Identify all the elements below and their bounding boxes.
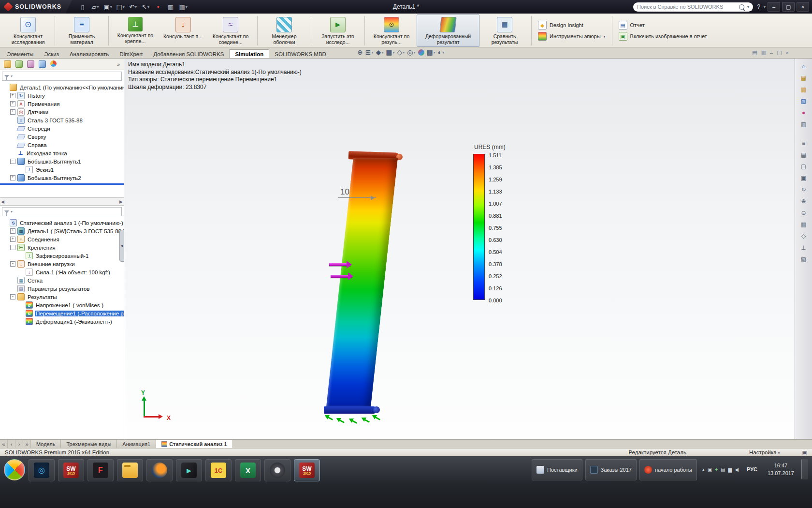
help-search-input[interactable]: Поиск в Справке по SOLIDWORKS ▾ xyxy=(633,2,753,12)
taskbar-app-button[interactable]: X xyxy=(235,459,261,481)
tab-nav-arrow-icon[interactable]: « xyxy=(0,440,8,448)
view-palette-icon[interactable] xyxy=(798,96,810,106)
close-doc-icon[interactable] xyxy=(786,49,789,56)
rotate-icon[interactable] xyxy=(798,184,810,194)
ribbon-small-button[interactable]: Инструменты эпюры ▾ xyxy=(538,32,606,41)
ribbon-button[interactable]: Запустить это исследо... xyxy=(313,15,363,47)
tree-item[interactable]: Параметры результатов xyxy=(0,284,124,293)
tree-item[interactable]: Справа xyxy=(0,141,124,149)
pane-filled-icon[interactable] xyxy=(798,173,810,183)
expander-icon[interactable] xyxy=(10,245,15,250)
tab-nav-arrow-icon[interactable]: ‹ xyxy=(8,440,15,448)
display-manager-icon[interactable] xyxy=(50,60,57,67)
scroll-right-icon[interactable]: ▶ xyxy=(119,199,123,204)
tree-item[interactable]: Сверху xyxy=(0,133,124,141)
status-panel-icon[interactable]: ▣ xyxy=(802,449,807,456)
tab-nav-arrow-icon[interactable]: » xyxy=(23,440,31,448)
tree-item[interactable]: Статический анализ 1 (-По умолчанию-) xyxy=(0,219,124,227)
search-icon[interactable] xyxy=(739,4,744,10)
configuration-manager-icon[interactable] xyxy=(27,60,34,68)
tree-item[interactable]: Зафиксированный-1 xyxy=(0,252,124,260)
ribbon-button[interactable]: Деформированный результат xyxy=(417,15,479,47)
start-button[interactable] xyxy=(4,459,25,480)
feature-manager-icon[interactable] xyxy=(4,60,11,68)
zoom-in-icon[interactable] xyxy=(798,196,810,206)
commandmanager-tab[interactable]: Simulation xyxy=(229,49,269,58)
taskbar-app-button[interactable] xyxy=(29,459,55,481)
tree-item[interactable]: Напряжение1 (-vonMises-) xyxy=(0,301,124,309)
ribbon-button[interactable]: Сравнить результаты xyxy=(479,15,530,47)
taskbar-app-button[interactable] xyxy=(146,459,173,481)
print-icon[interactable] xyxy=(115,2,126,12)
taskbar-app-button[interactable] xyxy=(264,459,290,481)
tree-item[interactable]: Соединения xyxy=(0,235,124,243)
file-explorer-icon[interactable] xyxy=(798,84,810,94)
commandmanager-tab[interactable]: Добавления SOLIDWORKS xyxy=(148,50,229,58)
network-icon[interactable] xyxy=(728,467,732,472)
tab-nav-arrow-icon[interactable]: › xyxy=(15,440,23,448)
help-button[interactable]: ? xyxy=(755,3,762,10)
document-tab[interactable]: Анимация1 xyxy=(117,440,156,448)
commandmanager-tab[interactable]: DimXpert xyxy=(114,50,148,58)
tree-item[interactable]: Внешние нагрузки xyxy=(0,260,124,268)
ribbon-button[interactable]: Консуль тант п... xyxy=(160,15,205,47)
taskbar-app-button[interactable]: SW 2015 xyxy=(294,459,320,481)
search-dropdown-caret-icon[interactable]: ▾ xyxy=(747,5,749,9)
tile-windows-icon[interactable] xyxy=(752,49,757,56)
language-indicator[interactable]: РУС xyxy=(744,459,760,479)
expander-icon[interactable] xyxy=(10,109,15,115)
tree-item[interactable]: Сетка xyxy=(0,276,124,284)
dimension-annotation[interactable]: 10 xyxy=(338,187,352,198)
ribbon-small-button[interactable]: Включить изображение в отчет xyxy=(619,32,707,41)
tree-item[interactable]: Сталь 3 ГОСТ 535-88 xyxy=(0,116,124,124)
select-arrow-icon[interactable] xyxy=(140,2,151,12)
commandmanager-tab[interactable]: Анализировать xyxy=(64,50,114,58)
expander-icon[interactable] xyxy=(10,175,15,180)
study-tree-filter-input[interactable]: ▾ xyxy=(2,207,122,216)
close-button[interactable]: × xyxy=(797,2,809,12)
pane-top-icon[interactable] xyxy=(798,149,810,160)
commandmanager-tab[interactable]: Эскиз xyxy=(39,50,64,58)
model-beam[interactable] xyxy=(325,152,385,419)
filter-caret-icon[interactable]: ▾ xyxy=(11,209,13,214)
minimize-doc-icon[interactable] xyxy=(770,49,773,56)
ribbon-button[interactable]: Консультант исследования xyxy=(3,15,53,47)
panel-chevron-icon[interactable]: » xyxy=(117,61,120,67)
document-tab[interactable]: Трехмерные виды xyxy=(61,440,117,448)
tree-item[interactable]: Датчики xyxy=(0,108,124,116)
tree-item[interactable]: Бобышка-Вытянуть1 xyxy=(0,157,124,165)
resources-icon[interactable] xyxy=(798,61,810,71)
tree-horizontal-scrollbar[interactable]: ◀ ▶ xyxy=(0,197,124,206)
pane-box-icon[interactable] xyxy=(798,161,810,171)
expander-icon[interactable] xyxy=(10,261,15,267)
new-file-icon[interactable] xyxy=(77,2,88,12)
ribbon-button[interactable]: Менеджер оболочки xyxy=(259,15,309,47)
tree-item[interactable]: Деформация1 (-Эквивалент-) xyxy=(0,317,124,326)
tray-app-button[interactable]: Заказы 2017 xyxy=(585,459,637,480)
expander-icon[interactable] xyxy=(10,159,15,164)
ribbon-button[interactable]: Консультант по крепле... xyxy=(110,15,160,47)
cascade-windows-icon[interactable] xyxy=(761,49,766,56)
taskbar-app-button[interactable]: SW 2015 xyxy=(58,459,84,481)
show-desktop-button[interactable] xyxy=(801,459,808,479)
zoom-out-icon[interactable] xyxy=(798,208,810,218)
tree-item[interactable]: Результаты xyxy=(0,293,124,301)
minimize-button[interactable]: – xyxy=(768,2,780,12)
document-tab[interactable]: Модель xyxy=(31,440,61,448)
graphics-area[interactable]: Имя модели:Деталь1Название исследования:… xyxy=(124,59,795,439)
panel-splitter-handle[interactable]: ◀ xyxy=(119,230,124,262)
section-strip-icon[interactable] xyxy=(798,254,810,264)
restore-doc-icon[interactable] xyxy=(777,49,782,56)
filter-caret-icon[interactable]: ▾ xyxy=(11,74,13,78)
design-library-icon[interactable] xyxy=(798,73,810,83)
taskbar-app-button[interactable]: 1С xyxy=(205,459,232,481)
volume-icon[interactable] xyxy=(735,467,739,472)
tree-item[interactable]: Крепления xyxy=(0,243,124,252)
custom-props-icon[interactable] xyxy=(798,119,810,129)
ribbon-button[interactable]: Применить материал xyxy=(57,15,107,47)
commandmanager-tab[interactable]: Элементы xyxy=(1,50,39,58)
wireframe-icon[interactable] xyxy=(798,231,810,241)
hide-show-icon[interactable] xyxy=(406,48,416,56)
view-settings-icon[interactable] xyxy=(437,48,445,56)
zoom-fit-icon[interactable] xyxy=(357,48,363,56)
